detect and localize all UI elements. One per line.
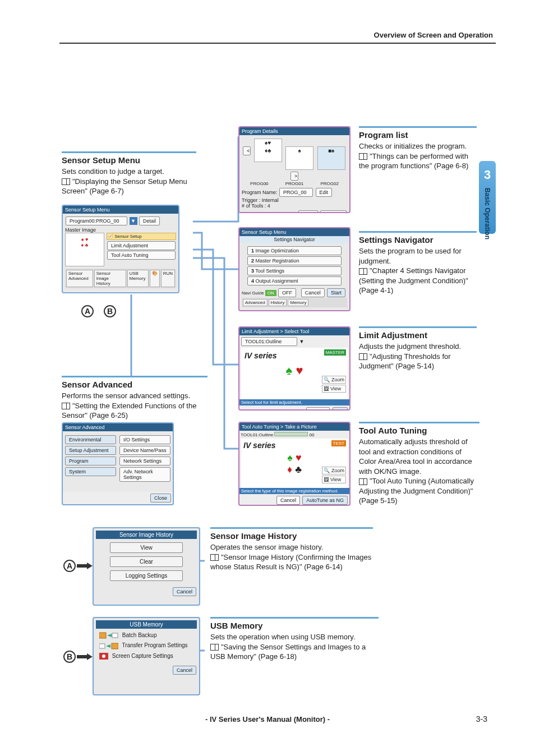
desc: Sets condition to judge a target. — [62, 167, 196, 177]
title: Tool Auto Tuning — [359, 426, 479, 435]
svg-rect-1 — [99, 633, 106, 638]
title: Sensor Advanced — [62, 380, 207, 389]
close-button[interactable]: Close — [150, 494, 171, 503]
book-icon — [359, 478, 367, 485]
callout-sensor-setup-menu: Sensor Setup Menu Sets condition to judg… — [62, 151, 196, 196]
ref: "Sensor Image History (Confirming the Im… — [210, 553, 371, 571]
arrow-right-icon — [77, 653, 93, 660]
arrow-right-icon — [77, 563, 93, 569]
callout-limit-adjustment: Limit Adjustment Adjusts the judgment th… — [359, 326, 477, 371]
header-section: Overview of Screen and Operation — [374, 31, 493, 39]
cancel-button[interactable]: Cancel — [173, 666, 196, 675]
run-button[interactable]: RUN — [161, 270, 175, 287]
autotune-ng-button[interactable]: AutoTune as NG — [302, 496, 348, 505]
window-title: Tool Auto Tuning > Take a Picture — [239, 423, 349, 431]
dropdown-arrow-icon[interactable]: ▼ — [130, 217, 137, 225]
program-dropdown[interactable]: Program00:PROG_00 — [66, 216, 127, 225]
title: Program list — [359, 130, 477, 140]
clear-button[interactable]: Clear — [110, 556, 183, 567]
screenshot-sensor-setup-menu: Sensor Setup Menu Program00:PROG_00 ▼ De… — [62, 205, 179, 293]
callout-usb-memory: USB Memory Sets the operation when using… — [210, 617, 379, 662]
svg-marker-9 — [77, 653, 93, 660]
chapter-label: Basic Operation — [483, 188, 491, 239]
screenshot-sensor-advanced: Sensor Advanced Environmental Setup Adju… — [62, 422, 174, 505]
window-title: Sensor Setup Menu — [63, 206, 178, 214]
edit-button[interactable]: Edit — [316, 188, 333, 197]
transfer-program-settings[interactable]: Transfer Program Settings — [99, 642, 193, 649]
initialize-button[interactable]: Initialize — [320, 210, 347, 213]
badge-b-2: B — [63, 651, 76, 663]
ref: "Chapter 4 Settings Navigator (Setting t… — [359, 266, 468, 294]
zoom-button[interactable]: 🔍 Zoom — [322, 376, 346, 384]
ref: "Setting the Extended Functions of the S… — [62, 402, 196, 420]
ref: "Tool Auto Tuning (Automatically Adjusti… — [359, 477, 474, 505]
auto-tuning-button[interactable]: Tool Auto Tuning — [107, 251, 176, 260]
view-button[interactable]: View — [110, 542, 183, 553]
title: Settings Navigator — [359, 235, 477, 245]
screenshot-limit-adjustment: Limit Adjustment > Select Tool TOOL01:Ou… — [238, 326, 350, 411]
title: Limit Adjustment — [359, 330, 477, 340]
master-badge: MASTER — [324, 349, 346, 356]
ok-button[interactable]: OK — [333, 407, 348, 411]
ref: "Displaying the Sensor Setup Menu Screen… — [62, 177, 187, 196]
tab-sensor-advanced[interactable]: Sensor Advanced — [66, 270, 93, 287]
title: Sensor Image History — [210, 531, 373, 541]
book-icon — [210, 554, 219, 561]
screenshot-usb-memory: USB Memory Batch Backup Transfer Program… — [93, 617, 200, 695]
view-button[interactable]: 🖼 View — [322, 476, 346, 483]
book-icon — [359, 268, 367, 275]
cancel-button[interactable]: Cancel — [306, 407, 330, 411]
zoom-button[interactable]: 🔍 Zoom — [322, 467, 346, 474]
screenshot-program-details: Program Details < ♠♥♦♣ ♠ ■♠ > PROG00PROG… — [238, 126, 350, 213]
tab-usb-memory[interactable]: USB Memory — [127, 270, 149, 287]
screenshot-sensor-image-history: Sensor Image History View Clear Logging … — [93, 527, 200, 606]
book-icon — [359, 153, 367, 160]
book-icon — [62, 178, 70, 185]
window-title: Sensor Setup Menu — [239, 228, 349, 236]
screen-capture-settings[interactable]: Screen Capture Settings — [99, 653, 193, 660]
footer-text: - IV Series User's Manual (Monitor) - — [0, 715, 535, 723]
ref: "Saving the Sensor Settings and Images t… — [210, 643, 366, 661]
limit-adj-button[interactable]: Limit Adjustment — [107, 241, 176, 250]
desc: Sets the operation when using USB memory… — [210, 632, 379, 642]
start-button[interactable]: Start — [327, 288, 345, 297]
desc: Adjusts the judgment threshold. — [359, 342, 477, 352]
logging-settings-button[interactable]: Logging Settings — [110, 570, 183, 581]
detail-button[interactable]: Detail — [139, 216, 160, 225]
callout-program-list: Program list Checks or initializes the p… — [359, 126, 477, 171]
book-icon — [62, 403, 70, 409]
copy-button[interactable]: Copy — [298, 210, 318, 213]
batch-backup[interactable]: Batch Backup — [99, 632, 193, 639]
cancel-button[interactable]: Cancel — [173, 587, 196, 596]
desc: Automatically adjusts threshold of tool … — [359, 437, 479, 476]
svg-marker-2 — [107, 634, 112, 637]
screenshot-settings-navigator: Sensor Setup Menu Settings Navigator 1 I… — [238, 227, 350, 311]
test-badge: TEST — [331, 440, 346, 446]
cancel-button[interactable]: Cancel — [276, 496, 300, 505]
window-title: Sensor Advanced — [63, 423, 173, 431]
desc: Performs the sensor advanced settings. — [62, 391, 207, 401]
callout-tool-auto-tuning: Tool Auto Tuning Automatically adjusts t… — [359, 422, 479, 506]
panel-title: Sensor Image History — [96, 531, 197, 539]
master-image-label: Master Image — [65, 227, 176, 233]
badge-b: B — [104, 305, 116, 317]
desc: Sets the program to be used for judgment… — [359, 246, 477, 266]
title: USB Memory — [210, 621, 379, 630]
window-title: Limit Adjustment > Select Tool — [239, 328, 349, 335]
tab-sensor-image-history[interactable]: Sensor Image History — [94, 270, 126, 287]
badge-a-2: A — [63, 560, 76, 572]
callout-settings-navigator: Settings Navigator Sets the program to b… — [359, 231, 477, 296]
ref: "Things can be performed with the progra… — [359, 152, 468, 170]
callout-sensor-advanced: Sensor Advanced Performs the sensor adva… — [62, 376, 207, 421]
svg-marker-5 — [106, 644, 110, 648]
chapter-tab: 3 Basic Operation — [479, 161, 496, 234]
title: Sensor Setup Menu — [62, 155, 196, 165]
ref: "Adjusting Thresholds for Judgment" (Pag… — [359, 352, 451, 371]
chapter-number: 3 — [479, 161, 496, 182]
cancel-button[interactable]: Cancel — [301, 288, 325, 297]
callout-sensor-image-history: Sensor Image History Operates the sensor… — [210, 527, 373, 572]
screenshot-tool-auto-tuning: Tool Auto Tuning > Take a Picture TOOL01… — [238, 422, 350, 506]
header-rule — [59, 43, 496, 44]
desc: Operates the sensor image history. — [210, 542, 373, 552]
view-button[interactable]: 🖼 View — [322, 385, 346, 393]
